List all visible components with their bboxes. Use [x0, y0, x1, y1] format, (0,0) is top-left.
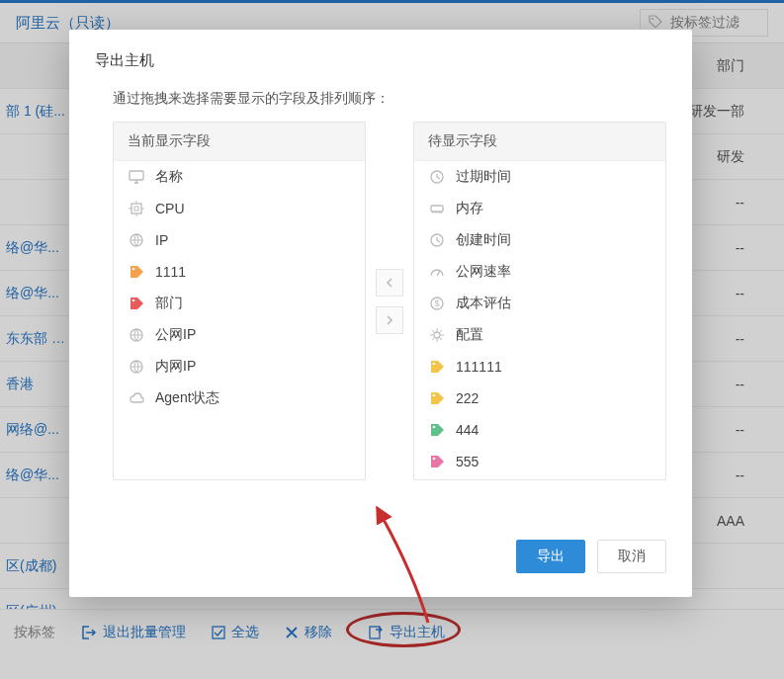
field-item[interactable]: 111111	[414, 351, 665, 382]
dollar-icon: $	[428, 295, 446, 312]
gear-icon	[428, 326, 446, 344]
field-item[interactable]: 内存	[414, 193, 665, 224]
export-button[interactable]: 导出	[516, 540, 585, 573]
transfer-controls	[376, 122, 403, 480]
clock-icon	[428, 231, 446, 249]
chevron-left-icon	[385, 278, 394, 288]
current-fields-list[interactable]: 名称CPUIP1111部门公网IP内网IPAgent状态	[114, 161, 365, 414]
cancel-button[interactable]: 取消	[597, 540, 666, 573]
svg-rect-3	[130, 171, 143, 180]
svg-rect-12	[431, 206, 443, 212]
field-label: 555	[456, 454, 479, 469]
svg-point-16	[434, 332, 440, 338]
tag-yellow-icon	[428, 358, 446, 376]
svg-rect-4	[131, 204, 141, 213]
field-label: 222	[456, 390, 479, 406]
modal-title: 导出主机	[95, 51, 666, 70]
current-fields-head: 当前显示字段	[114, 123, 365, 161]
field-label: 内网IP	[155, 358, 196, 376]
field-label: 创建时间	[456, 231, 511, 249]
field-label: 内存	[456, 200, 483, 217]
tag-green-icon	[428, 421, 446, 439]
field-item[interactable]: 过期时间	[414, 161, 665, 193]
field-item[interactable]: $成本评估	[414, 288, 665, 319]
tag-orange-icon	[128, 263, 145, 281]
svg-point-19	[433, 426, 436, 429]
field-label: 公网速率	[456, 263, 511, 281]
svg-rect-5	[134, 207, 138, 211]
globe-icon	[128, 231, 145, 249]
field-item[interactable]: CPU	[114, 193, 365, 224]
field-label: IP	[155, 232, 168, 248]
field-item[interactable]: 创建时间	[414, 224, 665, 256]
gauge-icon	[428, 263, 446, 281]
pending-fields-head: 待显示字段	[414, 123, 665, 161]
field-label: 成本评估	[456, 295, 511, 312]
field-item[interactable]: 444	[414, 414, 665, 446]
move-left-button[interactable]	[376, 269, 403, 297]
modal-footer: 导出 取消	[95, 540, 666, 573]
field-item[interactable]: 部门	[114, 288, 365, 319]
field-label: 公网IP	[155, 326, 196, 344]
field-item[interactable]: IP	[114, 224, 365, 256]
globe-icon	[128, 358, 145, 376]
tag-yellow-icon	[428, 389, 446, 407]
export-host-modal: 导出主机 通过拖拽来选择需要显示的字段及排列顺序： 当前显示字段 名称CPUIP…	[69, 30, 692, 597]
field-label: 111111	[456, 359, 502, 375]
clock-icon	[428, 168, 446, 186]
field-label: 444	[456, 422, 479, 438]
cpu-icon	[128, 200, 145, 217]
monitor-icon	[128, 168, 145, 186]
chevron-right-icon	[385, 315, 394, 325]
field-item[interactable]: Agent状态	[114, 382, 365, 414]
globe-icon	[128, 326, 145, 344]
svg-point-20	[433, 458, 436, 461]
svg-text:$: $	[434, 298, 439, 308]
svg-point-7	[132, 268, 135, 271]
svg-point-8	[132, 299, 135, 302]
pending-fields-list[interactable]: 过期时间内存创建时间公网速率$成本评估配置111111222444555666d…	[414, 161, 665, 479]
field-label: CPU	[155, 201, 185, 216]
pending-fields-box: 待显示字段 过期时间内存创建时间公网速率$成本评估配置1111112224445…	[413, 122, 666, 480]
field-label: Agent状态	[155, 389, 219, 407]
field-label: 名称	[155, 168, 183, 186]
field-item[interactable]: 555	[414, 446, 665, 477]
field-item[interactable]: 配置	[414, 319, 665, 351]
field-label: 部门	[155, 295, 183, 312]
modal-subtitle: 通过拖拽来选择需要显示的字段及排列顺序：	[113, 90, 666, 108]
tag-red-icon	[128, 295, 145, 312]
cloud-icon	[128, 389, 145, 407]
svg-point-18	[433, 394, 436, 397]
svg-point-17	[433, 363, 436, 366]
field-item[interactable]: 内网IP	[114, 351, 365, 382]
field-label: 过期时间	[456, 168, 511, 186]
field-item[interactable]: 公网速率	[414, 256, 665, 288]
field-item[interactable]: 名称	[114, 161, 365, 193]
tag-pink-icon	[428, 453, 446, 470]
field-label: 1111	[155, 264, 186, 280]
move-right-button[interactable]	[376, 306, 403, 334]
field-item[interactable]: 1111	[114, 256, 365, 288]
current-fields-box: 当前显示字段 名称CPUIP1111部门公网IP内网IPAgent状态	[113, 122, 366, 480]
field-item[interactable]: 666dddddddddddddddd	[414, 477, 665, 479]
field-item[interactable]: 公网IP	[114, 319, 365, 351]
field-item[interactable]: 222	[414, 382, 665, 414]
memory-icon	[428, 200, 446, 217]
field-label: 配置	[456, 326, 483, 344]
